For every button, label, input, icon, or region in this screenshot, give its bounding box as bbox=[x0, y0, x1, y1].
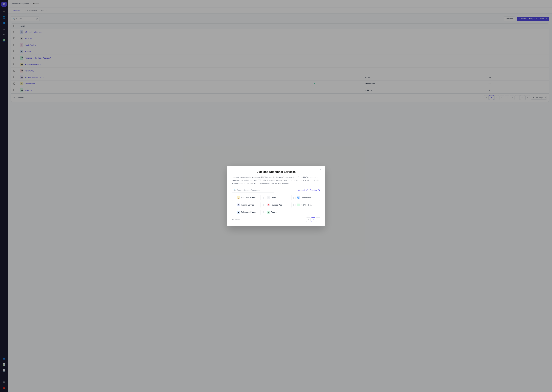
service-checkbox[interactable] bbox=[234, 197, 236, 199]
service-item[interactable]: ☁ Salesforce Pardot bbox=[232, 209, 261, 215]
services-grid: 📋 123 Form Builder ⊙ Braze 🌀 Customer.io… bbox=[232, 195, 320, 215]
service-icon: 📌 bbox=[267, 203, 270, 206]
select-all-button[interactable]: Select All (8) bbox=[310, 189, 320, 191]
service-item[interactable]: 📋 123 Form Builder bbox=[232, 195, 261, 201]
service-icon: ↻ bbox=[297, 203, 300, 206]
service-item[interactable]: ◉ Segment bbox=[262, 209, 290, 215]
service-item[interactable]: 📌 Pinterest Ads bbox=[262, 202, 290, 208]
service-checkbox[interactable] bbox=[293, 204, 296, 206]
service-name: Salesforce Pardot bbox=[241, 211, 256, 213]
service-icon: 📋 bbox=[237, 196, 240, 199]
modal-search-icon: 🔍 bbox=[234, 189, 236, 191]
modal-page-1-button[interactable]: 1 bbox=[311, 217, 315, 222]
service-name: Customer.io bbox=[301, 197, 311, 199]
modal-search-box[interactable]: 🔍 bbox=[232, 188, 275, 192]
modal-title: Disclose Additional Services bbox=[232, 170, 320, 174]
modal-search-input[interactable] bbox=[237, 189, 273, 191]
service-checkbox[interactable] bbox=[293, 197, 296, 199]
disclose-services-modal: ✕ Disclose Additional Services Here you … bbox=[227, 166, 325, 226]
services-count: 8 Services bbox=[232, 218, 240, 221]
modal-footer: 8 Services ‹ 1 › bbox=[232, 217, 320, 222]
service-icon: ☁ bbox=[237, 211, 240, 214]
service-icon: ◉ bbox=[267, 211, 270, 214]
service-icon: ⊙ bbox=[267, 196, 270, 199]
service-name: 123 Form Builder bbox=[241, 197, 255, 199]
service-name: reCAPTCHA bbox=[301, 204, 312, 206]
service-item[interactable]: ⊙ Braze bbox=[262, 195, 290, 201]
modal-pagination: ‹ 1 › bbox=[306, 217, 320, 222]
service-name: Internal Service bbox=[241, 204, 254, 206]
service-checkbox[interactable] bbox=[234, 204, 236, 206]
modal-next-button[interactable]: › bbox=[316, 217, 320, 222]
modal-overlay[interactable]: ✕ Disclose Additional Services Here you … bbox=[0, 0, 552, 392]
service-item[interactable]: ↻ reCAPTCHA bbox=[291, 202, 320, 208]
modal-prev-button[interactable]: ‹ bbox=[306, 217, 311, 222]
service-icon: 🌀 bbox=[297, 196, 300, 199]
modal-search-row: 🔍 Clear All (0) Select All (8) bbox=[232, 188, 320, 192]
service-checkbox[interactable] bbox=[234, 211, 236, 213]
service-name: Pinterest Ads bbox=[271, 204, 282, 206]
service-item[interactable]: 🌀 Customer.io bbox=[291, 195, 320, 201]
modal-description: Here you can optionally select non-TCF C… bbox=[232, 176, 320, 185]
service-checkbox[interactable] bbox=[263, 211, 266, 213]
service-checkbox[interactable] bbox=[263, 204, 266, 206]
service-checkbox[interactable] bbox=[263, 197, 266, 199]
modal-close-button[interactable]: ✕ bbox=[319, 168, 323, 172]
modal-actions: Clear All (0) Select All (8) bbox=[298, 189, 320, 191]
service-name: Segment bbox=[271, 211, 278, 213]
service-icon: ⊟ bbox=[237, 203, 240, 206]
service-name: Braze bbox=[271, 197, 276, 199]
clear-all-button[interactable]: Clear All (0) bbox=[298, 189, 308, 191]
service-item[interactable]: ⊟ Internal Service bbox=[232, 202, 261, 208]
